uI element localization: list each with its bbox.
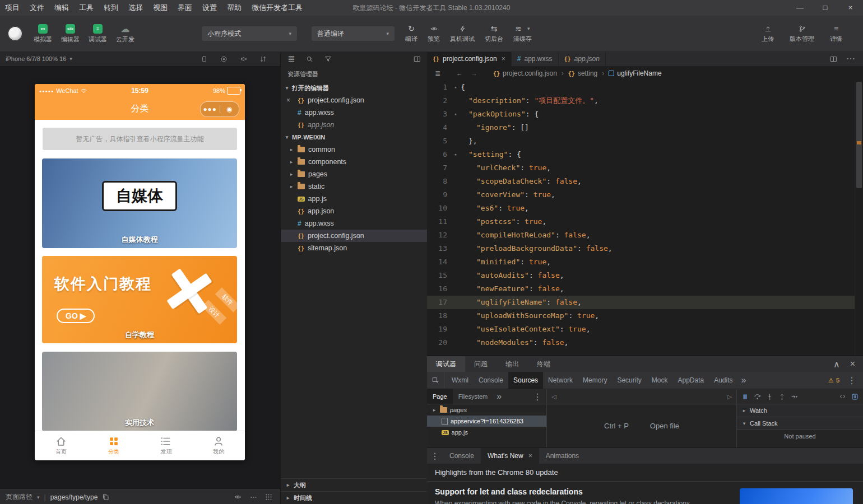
code-line[interactable]: 11"postcss": true, <box>427 215 855 228</box>
code-line[interactable]: 1▾{ <box>427 81 855 94</box>
code-line[interactable]: 9"coverView": true, <box>427 188 855 202</box>
devtools-tab-console[interactable]: Console <box>474 372 508 389</box>
menu-item[interactable]: 转到 <box>99 0 123 16</box>
editor-scrollbar[interactable] <box>855 81 863 356</box>
menu-item[interactable]: 视图 <box>148 0 173 16</box>
split-icon[interactable] <box>830 55 837 63</box>
action-clear-cache[interactable]: ≋▾清缓存 <box>508 24 537 43</box>
open-file-label[interactable]: Open file <box>650 422 679 430</box>
menu-item[interactable]: 项目 <box>0 0 25 16</box>
code-line[interactable]: 17"uglifyFileName": false, <box>427 296 855 309</box>
menu-item[interactable]: 微信开发者工具 <box>247 0 308 16</box>
action-upload[interactable]: 上传 <box>757 24 779 43</box>
code-line[interactable]: 13"preloadBackgroundData": false, <box>427 242 855 255</box>
maximize-button[interactable]: □ <box>813 0 838 16</box>
page-path-label[interactable]: 页面路径 <box>6 492 33 502</box>
action-background[interactable]: ⇆切后台 <box>480 24 508 43</box>
menu-item[interactable]: 选择 <box>123 0 148 16</box>
code-line[interactable]: 20"nodeModules": false, <box>427 336 855 349</box>
tab-home[interactable]: 首页 <box>35 431 87 460</box>
breadcrumb-item[interactable]: uglifyFileName <box>609 69 661 77</box>
toolbar-editor[interactable]: </>编辑器 <box>57 24 84 44</box>
code-line[interactable]: 7"urlCheck": true, <box>427 161 855 175</box>
pause-icon[interactable] <box>741 393 749 400</box>
mute-icon[interactable] <box>240 55 247 63</box>
network-icon[interactable] <box>259 55 267 63</box>
open-editor-item[interactable]: ×{}project.config.json <box>281 94 428 106</box>
folder-item[interactable]: ▸components <box>281 156 428 168</box>
forward-icon[interactable]: → <box>471 69 477 77</box>
toolbar-simulator[interactable]: ▭模拟器 <box>29 24 57 44</box>
action-lightning[interactable]: 真机调试 <box>445 24 480 43</box>
folder-item[interactable]: ▸pages <box>281 168 428 180</box>
menu-item[interactable]: 文件 <box>25 0 49 16</box>
debug-tab[interactable]: 问题 <box>465 356 497 372</box>
action-branch[interactable]: 版本管理 <box>785 24 819 43</box>
list-icon[interactable]: ≣ <box>435 69 440 77</box>
close-icon[interactable]: × <box>528 452 532 460</box>
article-thumbnail[interactable] <box>740 488 853 504</box>
fold-icon[interactable]: ▾ <box>451 81 461 94</box>
menu-item[interactable]: 帮助 <box>222 0 247 16</box>
project-section-header[interactable]: ▾ MP-WEIXIN <box>281 131 428 143</box>
tab-category[interactable]: 分类 <box>87 431 140 460</box>
fold-icon[interactable]: ▾ <box>451 108 461 121</box>
exit-icon[interactable]: ◉ <box>220 105 239 113</box>
go-button[interactable]: GO ▶ <box>57 309 95 323</box>
more-icon[interactable]: ●●● <box>201 106 220 112</box>
wechat-capsule[interactable]: ●●● ◉ <box>200 101 239 117</box>
code-line[interactable]: 16"newFeature": false, <box>427 282 855 296</box>
code-line[interactable]: 18"uploadWithSourceMap": true, <box>427 309 855 323</box>
action-eye[interactable]: 预览 <box>423 24 445 43</box>
navigator-tab-page[interactable]: Page <box>427 389 453 404</box>
pause-exceptions-icon[interactable] <box>851 393 859 400</box>
navigator-tab-filesystem[interactable]: Filesystem <box>453 389 494 404</box>
debug-tab[interactable]: 终端 <box>528 356 559 372</box>
file-item[interactable]: JSapp.js <box>281 193 428 205</box>
breadcrumb-item[interactable]: {}setting <box>568 69 597 77</box>
drawer-tab[interactable]: Console <box>443 448 481 464</box>
file-item[interactable]: {}sitemap.json <box>281 242 428 254</box>
debug-tab[interactable]: 输出 <box>497 356 528 372</box>
code-line[interactable]: 2"description": "项目配置文件。", <box>427 94 855 108</box>
tab-discover[interactable]: 发现 <box>140 431 193 460</box>
tree-item[interactable]: ▸pages <box>427 404 546 416</box>
code-line[interactable]: 4"ignore": [] <box>427 121 855 134</box>
collapse-icon[interactable]: ∧ <box>833 359 840 370</box>
kebab-icon[interactable]: ⋮ <box>427 448 443 464</box>
callstack-section[interactable]: ▾ Call Stack <box>737 417 863 430</box>
tree-item[interactable]: appservice?t=1614326283 <box>427 416 546 427</box>
warning-badge[interactable]: ⚠5 <box>828 377 839 384</box>
file-item[interactable]: #app.wxss <box>281 217 428 230</box>
file-item[interactable]: {}app.json <box>281 205 428 217</box>
code-line[interactable]: 12"compileHotReLoad": false, <box>427 228 855 242</box>
drawer-tab[interactable]: Animations <box>539 448 586 464</box>
devtools-tab-sources[interactable]: Sources <box>508 372 543 389</box>
menu-item[interactable]: 编辑 <box>49 0 74 16</box>
debug-tab[interactable]: 调试器 <box>427 356 465 372</box>
scrollbar-thumb[interactable] <box>856 82 862 188</box>
code-line[interactable]: 8"scopeDataCheck": false, <box>427 175 855 188</box>
devtools-tab-appdata[interactable]: AppData <box>672 372 709 389</box>
devtools-tab-wxml[interactable]: Wxml <box>447 372 474 389</box>
category-card-media[interactable]: 自媒体 自媒体教程 <box>42 158 237 248</box>
next-tab-icon[interactable]: ▷ <box>727 393 732 400</box>
close-icon[interactable]: × <box>286 97 290 104</box>
code-line[interactable]: 10"es6": true, <box>427 202 855 215</box>
back-icon[interactable]: ← <box>456 69 463 77</box>
step-over-icon[interactable] <box>754 393 761 400</box>
breadcrumb-item[interactable]: {}project.config.json <box>493 69 557 77</box>
close-button[interactable]: × <box>838 0 863 16</box>
more-tabs-icon[interactable]: » <box>494 389 504 404</box>
tab-profile[interactable]: 我的 <box>192 431 245 460</box>
step-into-icon[interactable] <box>766 393 773 400</box>
step-icon[interactable] <box>791 393 798 400</box>
code-line[interactable]: 19"useIsolateContext": true, <box>427 323 855 336</box>
split-icon[interactable] <box>414 55 421 63</box>
device-selector[interactable]: iPhone 6/7/8 100% 16 <box>6 55 66 62</box>
inspect-icon-wrap[interactable] <box>427 372 444 389</box>
open-editors-header[interactable]: ▾ 打开的编辑器 <box>281 82 428 94</box>
mode-dropdown[interactable]: 小程序模式 ▾ <box>202 26 297 41</box>
menu-item[interactable]: 界面 <box>173 0 197 16</box>
editor-tab[interactable]: {}project.config.json× <box>427 52 512 66</box>
